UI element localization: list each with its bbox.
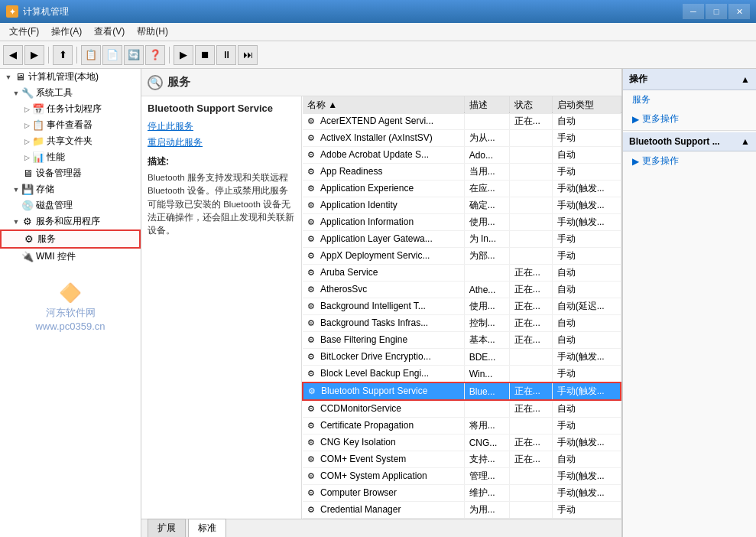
stop-service-link[interactable]: 停止此服务 [148,120,295,133]
sidebar-wmi[interactable]: 🔌 WMI 控件 [0,249,141,265]
table-row[interactable]: ⚙COM+ System Application管理...手动(触发... [303,468,621,485]
service-desc-cell: 控制... [464,315,509,332]
service-icon: ⚙ [307,133,318,144]
table-row[interactable]: ⚙Application Identity确定...手动(触发... [303,197,621,214]
service-startup-cell: 自动 [552,113,621,130]
menu-item[interactable]: 帮助(H) [131,24,174,40]
sidebar-disk-mgmt[interactable]: 💿 磁盘管理 [0,197,141,213]
sidebar-device-manager[interactable]: 🖥 设备管理器 [0,165,141,181]
table-row[interactable]: ⚙Aruba Service正在...自动 [303,265,621,282]
col-startup[interactable]: 启动类型 [552,96,621,115]
play-button[interactable]: ▶ [174,45,193,65]
table-row[interactable]: ⚙CNG Key IsolationCNG...正在...手动(触发... [303,434,621,451]
service-name-cell: ⚙AcerEXTEND Agent Servi... [303,113,464,130]
expander-icon: ▷ [21,136,32,147]
stop-button[interactable]: ⏹ [195,45,215,65]
refresh-button[interactable]: 🔄 [124,45,144,65]
service-name-cell: ⚙COM+ System Application [303,468,464,485]
sidebar-event-viewer[interactable]: ▷ 📋 事件查看器 [0,117,141,133]
service-name-cell: ⚙Block Level Backup Engi... [303,366,464,383]
service-name-cell: ⚙Adobe Acrobat Update S... [303,147,464,164]
menu-item[interactable]: 文件(F) [3,24,45,40]
menu-item[interactable]: 查看(V) [88,24,131,40]
table-row[interactable]: ⚙BitLocker Drive Encryptio...BDE...手动(触发… [303,349,621,366]
pause-button[interactable]: ⏸ [216,45,236,65]
sidebar-storage[interactable]: ▼ 💾 存储 [0,181,141,197]
service-startup-cell: 手动(触发... [552,434,621,451]
menu-item[interactable]: 操作(A) [45,24,88,40]
tab-standard[interactable]: 标准 [188,519,226,537]
service-desc-cell: 使用... [464,298,509,315]
sidebar-root[interactable]: ▼ 🖥 计算机管理(本地) [0,69,141,85]
close-button[interactable]: ✕ [728,4,750,19]
service-desc-cell: BDE... [464,349,509,366]
table-row[interactable]: ⚙CCDMonitorService正在...自动 [303,400,621,418]
table-row[interactable]: ⚙Bluetooth Support ServiceBlue...正在...手动… [303,382,621,400]
table-row[interactable]: ⚙Background Intelligent T...使用...正在...自动… [303,298,621,315]
forward-button[interactable]: ▶ [24,45,44,65]
minimize-button[interactable]: ─ [683,4,704,19]
service-icon: ⚙ [307,150,318,161]
service-status-cell: 正在... [509,451,552,468]
expander-icon: ▼ [3,72,14,83]
sidebar-services[interactable]: ⚙ 服务 [0,229,141,249]
table-row[interactable]: ⚙AppX Deployment Servic...为部...手动 [303,248,621,265]
right-panel: 操作 ▲ 服务 ▶ 更多操作 Bluetooth Support ... ▲ ▶… [622,69,756,537]
service-status-cell: 正在... [509,113,552,130]
task-label: 任务计划程序 [47,103,102,116]
service-desc-cell: 为部... [464,248,509,265]
sidebar-task-scheduler[interactable]: ▷ 📅 任务计划程序 [0,101,141,117]
col-status[interactable]: 状态 [509,96,552,115]
service-list-pane[interactable]: 名称 ▲ 描述 状态 启动类型 ⚙AcerEXTEND Agent Servi.… [302,96,621,519]
maximize-button[interactable]: □ [706,4,727,19]
col-name[interactable]: 名称 ▲ [303,96,464,115]
table-row[interactable]: ⚙Application Experience在应...手动(触发... [303,181,621,197]
table-row[interactable]: ⚙Application Layer Gatewa...为 In...手动 [303,231,621,248]
service-name-cell: ⚙Application Identity [303,197,464,214]
table-row[interactable]: ⚙ActiveX Installer (AxInstSV)为从...手动 [303,130,621,147]
right-actions-label: 操作 [629,73,647,86]
table-row[interactable]: ⚙AcerEXTEND Agent Servi...正在...自动 [303,113,621,130]
restart-button[interactable]: ⏭ [238,45,258,65]
tab-extended[interactable]: 扩展 [148,519,186,537]
table-row[interactable]: ⚙Base Filtering Engine基本...正在...自动 [303,332,621,349]
service-startup-cell: 手动 [552,248,621,265]
search-icon: 🔍 [148,75,163,90]
table-row[interactable]: ⚙COM+ Event System支持...正在...自动 [303,451,621,468]
table-row[interactable]: ⚙Block Level Backup Engi...Win...手动 [303,366,621,383]
sidebar-performance[interactable]: ▷ 📊 性能 [0,149,141,165]
col-desc[interactable]: 描述 [464,96,509,115]
table-row[interactable]: ⚙AtherosSvcAthe...正在...自动 [303,282,621,298]
restart-service-link[interactable]: 重启动此服务 [148,136,295,149]
sidebar: ▼ 🖥 计算机管理(本地) ▼ 🔧 系统工具 ▷ 📅 任务计划程序 ▷ 📋 事件… [0,69,141,537]
right-more-action-1[interactable]: ▶ 更多操作 [623,109,756,129]
sidebar-system-tools[interactable]: ▼ 🔧 系统工具 [0,85,141,101]
service-name-cell: ⚙Background Intelligent T... [303,298,464,315]
service-status-cell: 正在... [509,298,552,315]
table-row[interactable]: ⚙App Readiness当用...手动 [303,164,621,181]
table-row[interactable]: ⚙Certificate Propagation将用...手动 [303,418,621,434]
table-row[interactable]: ⚙Background Tasks Infras...控制...正在...自动 [303,315,621,332]
right-arrow-icon1: ▶ [632,114,639,125]
service-desc-cell [464,265,509,282]
sidebar-services-apps[interactable]: ▼ ⚙ 服务和应用程序 [0,213,141,229]
up-button[interactable]: ⬆ [53,45,73,65]
service-desc-cell: 管理... [464,468,509,485]
service-startup-cell: 自动 [552,282,621,298]
show-hide-button[interactable]: 📋 [81,45,101,65]
table-row[interactable]: ⚙Adobe Acrobat Update S...Ado...自动 [303,147,621,164]
table-row[interactable]: ⚙Credential Manager为用...手动 [303,502,621,519]
right-more-action-2[interactable]: ▶ 更多操作 [623,151,756,171]
table-row[interactable]: ⚙Application Information使用...手动(触发... [303,214,621,231]
expander-icon: ▼ [11,184,21,195]
help-button[interactable]: ❓ [145,45,165,65]
back-button[interactable]: ◀ [3,45,23,65]
service-status-cell [509,181,552,197]
service-status-cell: 正在... [509,382,552,400]
properties-button[interactable]: 📄 [102,45,122,65]
service-status-cell [509,418,552,434]
table-row[interactable]: ⚙Computer Browser维护...手动(触发... [303,485,621,502]
sidebar-shared-folders[interactable]: ▷ 📁 共享文件夹 [0,133,141,149]
right-services-item[interactable]: 服务 [623,90,756,109]
service-startup-cell: 自动(延迟... [552,298,621,315]
